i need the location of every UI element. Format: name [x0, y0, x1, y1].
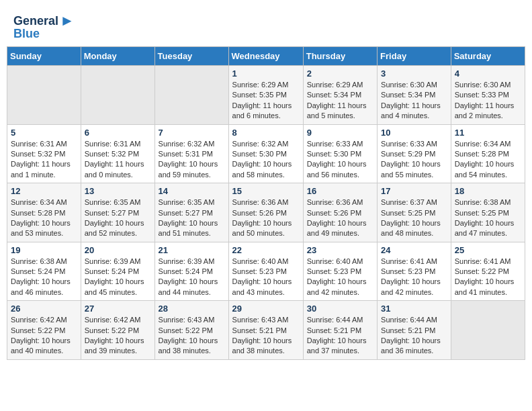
day-info: Sunrise: 6:36 AM: [232, 197, 300, 208]
day-number: 11: [455, 128, 521, 138]
day-info: Sunrise: 6:35 AM: [85, 197, 151, 208]
day-cell: 18Sunrise: 6:38 AMSunset: 5:25 PMDayligh…: [451, 183, 525, 242]
day-cell: 26Sunrise: 6:42 AMSunset: 5:22 PMDayligh…: [7, 301, 81, 360]
day-cell: 7Sunrise: 6:32 AMSunset: 5:31 PMDaylight…: [154, 124, 228, 183]
day-number: 29: [232, 304, 300, 314]
day-cell: 1Sunrise: 6:29 AMSunset: 5:35 PMDaylight…: [228, 66, 303, 125]
day-info: Sunrise: 6:34 AM: [455, 139, 521, 149]
day-info: Sunrise: 6:38 AM: [455, 197, 521, 208]
day-info: Sunset: 5:21 PM: [307, 326, 373, 336]
day-number: 12: [11, 186, 77, 196]
day-number: 28: [159, 304, 225, 314]
week-row-2: 5Sunrise: 6:31 AMSunset: 5:32 PMDaylight…: [7, 124, 525, 183]
day-info: Daylight: 10 hours and 41 minutes.: [455, 277, 521, 298]
day-cell: 13Sunrise: 6:35 AMSunset: 5:27 PMDayligh…: [81, 183, 154, 242]
day-info: Sunset: 5:21 PM: [232, 326, 300, 336]
day-info: Sunset: 5:25 PM: [455, 208, 521, 218]
day-info: Sunrise: 6:44 AM: [381, 315, 447, 325]
day-cell: 2Sunrise: 6:29 AMSunset: 5:34 PMDaylight…: [303, 66, 377, 125]
day-number: 4: [455, 68, 521, 79]
day-cell: 4Sunrise: 6:30 AMSunset: 5:33 PMDaylight…: [451, 66, 525, 125]
day-info: Daylight: 10 hours and 42 minutes.: [307, 277, 373, 298]
day-info: Sunrise: 6:38 AM: [11, 257, 77, 267]
day-cell: 28Sunrise: 6:43 AMSunset: 5:22 PMDayligh…: [154, 301, 228, 360]
day-cell: 5Sunrise: 6:31 AMSunset: 5:32 PMDaylight…: [7, 124, 81, 183]
day-number: 17: [381, 186, 447, 196]
day-info: Sunrise: 6:31 AM: [85, 139, 151, 149]
day-info: Sunrise: 6:32 AM: [159, 139, 225, 149]
day-info: Sunrise: 6:41 AM: [381, 257, 447, 267]
day-info: Sunset: 5:33 PM: [455, 90, 521, 100]
day-info: Sunrise: 6:35 AM: [159, 197, 225, 208]
day-cell: 31Sunrise: 6:44 AMSunset: 5:21 PMDayligh…: [378, 301, 451, 360]
day-number: 27: [85, 304, 151, 314]
day-cell: 10Sunrise: 6:33 AMSunset: 5:29 PMDayligh…: [378, 124, 451, 183]
day-cell: 11Sunrise: 6:34 AMSunset: 5:28 PMDayligh…: [451, 124, 525, 183]
day-info: Daylight: 11 hours and 2 minutes.: [455, 101, 521, 122]
day-info: Daylight: 11 hours and 4 minutes.: [381, 101, 447, 122]
day-cell: 27Sunrise: 6:42 AMSunset: 5:22 PMDayligh…: [81, 301, 154, 360]
day-info: Daylight: 10 hours and 37 minutes.: [307, 336, 373, 357]
day-cell: [154, 66, 228, 125]
day-cell: 6Sunrise: 6:31 AMSunset: 5:32 PMDaylight…: [81, 124, 154, 183]
day-info: Sunset: 5:23 PM: [381, 267, 447, 277]
day-info: Daylight: 10 hours and 46 minutes.: [11, 277, 77, 298]
day-info: Sunrise: 6:39 AM: [85, 257, 151, 267]
day-info: Sunset: 5:29 PM: [381, 149, 447, 159]
day-info: Sunrise: 6:34 AM: [11, 197, 77, 208]
day-cell: 22Sunrise: 6:40 AMSunset: 5:23 PMDayligh…: [228, 242, 303, 301]
day-info: Sunrise: 6:42 AM: [11, 315, 77, 325]
day-info: Sunset: 5:32 PM: [85, 149, 151, 159]
day-info: Sunset: 5:26 PM: [232, 208, 300, 218]
day-info: Sunset: 5:21 PM: [381, 326, 447, 336]
day-cell: 17Sunrise: 6:37 AMSunset: 5:25 PMDayligh…: [378, 183, 451, 242]
header-cell-saturday: Saturday: [451, 47, 525, 66]
day-info: Sunset: 5:24 PM: [85, 267, 151, 277]
day-number: 14: [159, 186, 225, 196]
day-info: Sunrise: 6:43 AM: [159, 315, 225, 325]
day-number: 18: [455, 186, 521, 196]
day-info: Daylight: 10 hours and 55 minutes.: [381, 159, 447, 180]
day-cell: 29Sunrise: 6:43 AMSunset: 5:21 PMDayligh…: [228, 301, 303, 360]
day-cell: 20Sunrise: 6:39 AMSunset: 5:24 PMDayligh…: [81, 242, 154, 301]
day-number: 8: [232, 128, 300, 138]
day-info: Sunset: 5:34 PM: [307, 90, 373, 100]
day-info: Daylight: 10 hours and 53 minutes.: [11, 218, 77, 239]
day-info: Daylight: 10 hours and 56 minutes.: [307, 159, 373, 180]
day-cell: 15Sunrise: 6:36 AMSunset: 5:26 PMDayligh…: [228, 183, 303, 242]
header-row: SundayMondayTuesdayWednesdayThursdayFrid…: [7, 47, 525, 66]
day-info: Daylight: 11 hours and 6 minutes.: [232, 101, 300, 122]
day-cell: [7, 66, 81, 125]
day-info: Daylight: 10 hours and 45 minutes.: [85, 277, 151, 298]
day-number: 13: [85, 186, 151, 196]
header-cell-thursday: Thursday: [303, 47, 377, 66]
header-cell-friday: Friday: [378, 47, 451, 66]
day-number: 19: [11, 245, 77, 255]
day-cell: 8Sunrise: 6:32 AMSunset: 5:30 PMDaylight…: [228, 124, 303, 183]
day-info: Sunset: 5:22 PM: [455, 267, 521, 277]
day-info: Sunrise: 6:33 AM: [307, 139, 373, 149]
logo-blue: Blue: [13, 27, 40, 41]
day-cell: 21Sunrise: 6:39 AMSunset: 5:24 PMDayligh…: [154, 242, 228, 301]
day-number: 7: [159, 128, 225, 138]
day-info: Sunset: 5:22 PM: [85, 326, 151, 336]
day-cell: 12Sunrise: 6:34 AMSunset: 5:28 PMDayligh…: [7, 183, 81, 242]
day-info: Daylight: 10 hours and 40 minutes.: [11, 336, 77, 357]
day-number: 31: [381, 304, 447, 314]
day-info: Sunrise: 6:40 AM: [232, 257, 300, 267]
day-info: Daylight: 11 hours and 1 minute.: [11, 159, 77, 180]
day-number: 20: [85, 245, 151, 255]
day-info: Sunrise: 6:30 AM: [455, 80, 521, 90]
day-number: 10: [381, 128, 447, 138]
day-cell: 9Sunrise: 6:33 AMSunset: 5:30 PMDaylight…: [303, 124, 377, 183]
header-cell-sunday: Sunday: [7, 47, 81, 66]
day-info: Sunrise: 6:30 AM: [381, 80, 447, 90]
day-info: Daylight: 11 hours and 0 minutes.: [85, 159, 151, 180]
day-cell: [451, 301, 525, 360]
day-info: Sunset: 5:24 PM: [11, 267, 77, 277]
header-cell-monday: Monday: [81, 47, 154, 66]
day-info: Daylight: 10 hours and 38 minutes.: [159, 336, 225, 357]
day-number: 1: [232, 68, 300, 79]
day-info: Sunset: 5:28 PM: [11, 208, 77, 218]
day-cell: 16Sunrise: 6:36 AMSunset: 5:26 PMDayligh…: [303, 183, 377, 242]
